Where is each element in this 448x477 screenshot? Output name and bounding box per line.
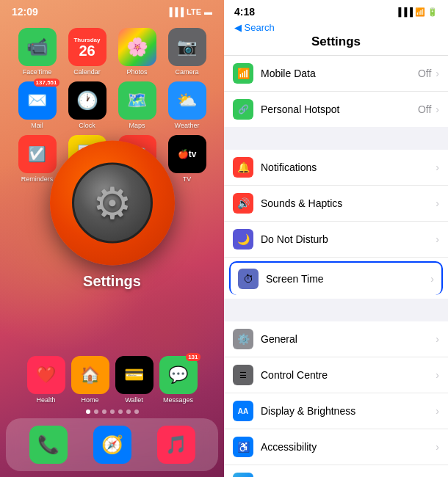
- notifications-label: Notifications: [261, 161, 436, 173]
- item-screen-time[interactable]: ⏱ Screen Time ›: [229, 261, 443, 295]
- app-facetime[interactable]: 📹 FaceTime: [15, 28, 59, 76]
- sounds-icon: 🔊: [233, 193, 253, 214]
- notifications-icon: 🔔: [233, 157, 253, 178]
- item-notifications[interactable]: 🔔 Notifications ›: [224, 150, 448, 186]
- mobile-data-chevron: ›: [436, 68, 439, 79]
- app-photos[interactable]: 🌸 Photos: [115, 28, 159, 76]
- calendar-icon: Thursday 26: [68, 28, 106, 66]
- app-mail[interactable]: ✉️ 137,551 Mail: [15, 81, 59, 129]
- facetime-label: FaceTime: [23, 68, 52, 76]
- item-do-not-disturb[interactable]: 🌙 Do Not Disturb ›: [224, 222, 448, 258]
- item-display-brightness[interactable]: AA Display & Brightness ›: [224, 393, 448, 429]
- dnd-chevron: ›: [436, 233, 439, 245]
- hotspot-symbol: 🔗: [238, 104, 249, 114]
- home-time: 12:09: [12, 6, 38, 18]
- dot-7: [134, 409, 139, 414]
- signal-icon: ▐▐▐: [167, 7, 184, 16]
- display-label: Display & Brightness: [261, 405, 436, 417]
- page-dots: [0, 405, 224, 418]
- app-health[interactable]: ❤️ Health: [27, 356, 65, 404]
- dock-phone[interactable]: 📞: [29, 426, 68, 464]
- display-icon: AA: [233, 401, 253, 421]
- photos-label: Photos: [126, 68, 147, 76]
- app-wallet[interactable]: 💳 Wallet: [115, 356, 153, 404]
- dock: 📞 🧭 🎵: [6, 418, 218, 471]
- sounds-chevron: ›: [436, 197, 439, 209]
- apple-tv-label: TV: [183, 175, 192, 183]
- notifications-symbol: 🔔: [237, 161, 250, 173]
- control-centre-chevron: ›: [436, 369, 439, 381]
- item-control-centre[interactable]: ☰ Control Centre ›: [224, 357, 448, 393]
- dock-music[interactable]: 🎵: [157, 426, 195, 464]
- item-general[interactable]: ⚙️ General ›: [224, 321, 448, 357]
- health-icon: ❤️: [27, 356, 65, 394]
- sounds-label: Sounds & Haptics: [261, 197, 436, 209]
- nav-bar: ◀ Search Settings: [224, 21, 448, 56]
- dot-4: [110, 409, 115, 414]
- app-messages[interactable]: 💬 131 Messages: [159, 356, 198, 404]
- screen-time-label: Screen Time: [266, 273, 430, 285]
- mail-icon: ✉️ 137,551: [18, 81, 57, 120]
- clock-label: Clock: [79, 122, 95, 129]
- dnd-symbol: 🌙: [237, 233, 250, 245]
- hotspot-label: Personal Hotspot: [261, 103, 418, 115]
- app-weather[interactable]: ⛅ Weather: [165, 81, 209, 129]
- section-alerts: 🔔 Notifications › 🔊 Sounds & Haptics › 🌙…: [224, 150, 448, 299]
- item-personal-hotspot[interactable]: 🔗 Personal Hotspot Off ›: [224, 92, 448, 127]
- settings-time: 4:18: [234, 6, 255, 18]
- health-label: Health: [36, 396, 55, 404]
- mobile-data-value: Off: [418, 68, 431, 79]
- item-wallpaper[interactable]: 🖼 Wallpaper ›: [224, 465, 448, 477]
- home-icon: 🏠: [71, 356, 109, 394]
- accessibility-symbol: ♿: [237, 441, 250, 453]
- app-clock[interactable]: 🕐 Clock: [65, 81, 109, 129]
- item-accessibility[interactable]: ♿ Accessibility ›: [224, 429, 448, 465]
- settings-signal-icon: ▐▐▐: [396, 7, 413, 16]
- wallet-icon: 💳: [115, 356, 153, 394]
- accessibility-label: Accessibility: [261, 441, 436, 453]
- settings-title: Settings: [311, 34, 361, 49]
- battery-icon: ▬: [204, 7, 212, 16]
- back-button[interactable]: ◀ Search: [234, 22, 275, 33]
- control-centre-icon: ☰: [233, 365, 253, 385]
- hotspot-chevron: ›: [436, 103, 439, 115]
- app-maps[interactable]: 🗺️ Maps: [115, 81, 159, 129]
- mobile-data-label: Mobile Data: [261, 68, 418, 79]
- divider-1: [224, 128, 448, 150]
- settings-wifi-icon: 📶: [415, 7, 425, 17]
- settings-battery-icon: 🔋: [427, 7, 438, 17]
- notifications-chevron: ›: [436, 161, 439, 173]
- sounds-symbol: 🔊: [237, 197, 250, 209]
- general-chevron: ›: [436, 333, 439, 345]
- app-home[interactable]: 🏠 Home: [71, 356, 109, 404]
- home-status-bar: 12:09 ▐▐▐ LTE ▬: [0, 0, 224, 21]
- app-camera[interactable]: 📷 Camera: [165, 28, 209, 76]
- calendar-label: Calendar: [73, 68, 101, 76]
- weather-icon: ⛅: [168, 81, 206, 120]
- maps-label: Maps: [129, 122, 145, 129]
- dot-5: [118, 409, 123, 414]
- reminders-label: Reminders: [21, 175, 54, 183]
- display-chevron: ›: [436, 405, 439, 417]
- mail-badge: 137,551: [34, 79, 59, 87]
- screen-time-wrapper: ⏱ Screen Time ›: [224, 258, 448, 299]
- screen-time-symbol: ⏱: [243, 273, 253, 285]
- accessibility-chevron: ›: [436, 441, 439, 453]
- dock-safari[interactable]: 🧭: [93, 426, 131, 464]
- mobile-data-icon: 📶: [233, 63, 253, 84]
- settings-status-icons: ▐▐▐ 📶 🔋: [396, 7, 438, 17]
- home-screen: 12:09 ▐▐▐ LTE ▬ 📹 FaceTime Thursday 26 C…: [0, 0, 224, 477]
- settings-overlay[interactable]: ⚙ Settings: [50, 140, 175, 289]
- control-centre-symbol: ☰: [239, 371, 247, 380]
- divider-2: [224, 299, 448, 321]
- app-calendar[interactable]: Thursday 26 Calendar: [65, 28, 109, 76]
- wallpaper-icon: 🖼: [233, 473, 253, 477]
- settings-circle: ⚙: [50, 140, 175, 265]
- item-mobile-data[interactable]: 📶 Mobile Data Off ›: [224, 56, 448, 92]
- gear-symbol: ⚙: [93, 177, 132, 228]
- dock-area: 📞 🧭 🎵: [0, 405, 224, 477]
- mail-label: Mail: [31, 122, 43, 129]
- screen-time-chevron: ›: [430, 273, 434, 285]
- item-sounds-haptics[interactable]: 🔊 Sounds & Haptics ›: [224, 186, 448, 222]
- camera-label: Camera: [175, 68, 198, 76]
